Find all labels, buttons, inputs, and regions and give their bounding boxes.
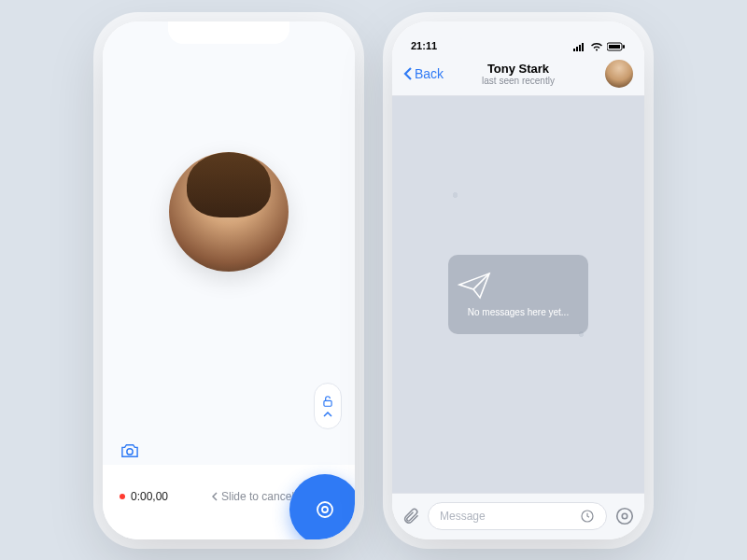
svg-rect-7	[582, 43, 584, 51]
video-record-icon	[314, 498, 336, 521]
svg-point-13	[622, 513, 627, 519]
phone-notch	[168, 21, 289, 44]
paper-plane-icon	[458, 272, 579, 300]
chevron-up-icon	[323, 412, 332, 417]
phone-notch	[458, 21, 579, 44]
svg-point-12	[617, 509, 633, 525]
chat-header: Back Tony Stark last seen recently	[392, 53, 644, 96]
record-send-button[interactable]	[289, 474, 355, 539]
status-icons	[573, 42, 626, 51]
message-placeholder: Message	[440, 510, 486, 523]
chevron-left-icon	[212, 492, 218, 501]
phone-chat: 21:11 Back Tony Stark	[392, 21, 644, 539]
chat-input-bar: Message	[392, 493, 644, 539]
wifi-icon	[590, 42, 603, 51]
recording-dot-icon	[120, 494, 125, 499]
svg-rect-0	[324, 400, 331, 406]
video-message-icon[interactable]	[614, 506, 635, 526]
header-title-block[interactable]: Tony Stark last seen recently	[482, 62, 555, 86]
chat-screen: 21:11 Back Tony Stark	[392, 21, 644, 539]
slide-hint-label: Slide to cancel	[221, 490, 294, 503]
avatar[interactable]	[605, 60, 633, 88]
svg-point-2	[317, 502, 332, 517]
svg-point-1	[127, 448, 133, 454]
lock-slide-pill[interactable]	[314, 383, 342, 429]
battery-icon	[607, 42, 626, 51]
recording-timer: 0:00,00	[131, 490, 168, 503]
svg-point-3	[322, 507, 328, 512]
recording-bar: 0:00,00 Slide to cancel	[103, 465, 355, 539]
empty-state-text: No messages here yet...	[458, 307, 579, 317]
chevron-left-icon	[403, 66, 413, 81]
contact-status: last seen recently	[482, 76, 555, 86]
back-button[interactable]: Back	[403, 66, 444, 81]
attach-icon[interactable]	[402, 507, 420, 525]
video-preview-circle	[169, 152, 289, 272]
phone-recording: 0:00,00 Slide to cancel	[103, 21, 355, 539]
contact-name: Tony Stark	[482, 62, 555, 76]
svg-rect-9	[609, 45, 620, 49]
chat-body[interactable]: No messages here yet...	[392, 96, 644, 493]
svg-rect-5	[576, 47, 578, 51]
empty-state-box: No messages here yet...	[448, 255, 588, 334]
back-label: Back	[415, 66, 444, 81]
status-time: 21:11	[411, 40, 437, 51]
camera-flip-button[interactable]	[120, 442, 140, 459]
timer-icon[interactable]	[580, 509, 595, 524]
lock-open-icon	[321, 395, 334, 408]
signal-icon	[573, 42, 586, 51]
message-input[interactable]: Message	[428, 502, 607, 530]
recording-screen: 0:00,00 Slide to cancel	[103, 21, 355, 539]
svg-rect-4	[573, 49, 575, 51]
svg-rect-10	[623, 45, 625, 49]
svg-rect-6	[579, 45, 581, 51]
